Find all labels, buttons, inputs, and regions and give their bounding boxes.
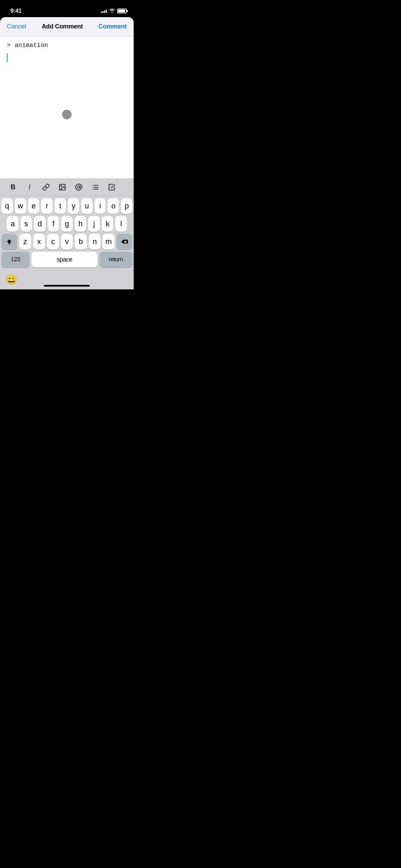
italic-button[interactable]: I bbox=[22, 180, 37, 194]
key-z[interactable]: z bbox=[19, 234, 31, 250]
key-h[interactable]: h bbox=[75, 216, 86, 232]
key-w[interactable]: w bbox=[15, 198, 26, 214]
key-v[interactable]: v bbox=[61, 234, 73, 250]
shift-key[interactable] bbox=[1, 234, 17, 250]
svg-point-1 bbox=[61, 185, 62, 186]
mention-button[interactable] bbox=[71, 180, 86, 194]
key-x[interactable]: x bbox=[33, 234, 45, 250]
key-l[interactable]: l bbox=[115, 216, 127, 232]
key-n[interactable]: n bbox=[89, 234, 101, 250]
list-button[interactable] bbox=[88, 180, 103, 194]
comment-button[interactable]: Comment bbox=[97, 20, 128, 33]
text-cursor bbox=[7, 53, 8, 62]
keyboard: q w e r t y u i o p a s d f g h j k l bbox=[0, 196, 134, 271]
key-r[interactable]: r bbox=[41, 198, 52, 214]
key-e[interactable]: e bbox=[28, 198, 39, 214]
key-t[interactable]: t bbox=[54, 198, 66, 214]
battery-icon bbox=[117, 9, 127, 13]
keyboard-row-2: a s d f g h j k l bbox=[0, 214, 134, 232]
key-k[interactable]: k bbox=[102, 216, 113, 232]
quoted-text: > animation bbox=[7, 42, 127, 49]
keyboard-row-1: q w e r t y u i o p bbox=[0, 196, 134, 214]
home-indicator bbox=[44, 285, 90, 287]
key-q[interactable]: q bbox=[1, 198, 13, 214]
key-i[interactable]: i bbox=[95, 198, 106, 214]
svg-point-2 bbox=[77, 186, 80, 188]
image-button[interactable] bbox=[55, 180, 70, 194]
status-bar: 9:41 bbox=[0, 0, 134, 17]
key-a[interactable]: a bbox=[7, 216, 19, 232]
keyboard-row-3: z x c v b n m bbox=[0, 232, 134, 250]
key-m[interactable]: m bbox=[102, 234, 114, 250]
drag-handle[interactable] bbox=[62, 110, 72, 119]
key-u[interactable]: u bbox=[81, 198, 93, 214]
emoji-button[interactable]: 😀 bbox=[5, 274, 17, 285]
numbers-key[interactable]: 123 bbox=[1, 252, 29, 267]
formatting-toolbar: B I bbox=[0, 178, 134, 196]
key-y[interactable]: y bbox=[68, 198, 79, 214]
wifi-icon bbox=[109, 8, 115, 14]
backspace-key[interactable] bbox=[117, 234, 132, 250]
checklist-button[interactable] bbox=[104, 180, 119, 194]
signal-icon bbox=[101, 9, 107, 13]
key-b[interactable]: b bbox=[75, 234, 87, 250]
content-area[interactable]: > animation bbox=[0, 36, 134, 178]
link-button[interactable] bbox=[38, 180, 53, 194]
nav-bar: Cancel Add Comment Comment bbox=[0, 17, 134, 36]
key-o[interactable]: o bbox=[108, 198, 119, 214]
text-input-line[interactable] bbox=[7, 53, 127, 62]
key-c[interactable]: c bbox=[47, 234, 59, 250]
quoted-text-value: animation bbox=[15, 42, 48, 49]
quote-arrow: > bbox=[7, 42, 11, 49]
space-key[interactable]: space bbox=[32, 252, 97, 267]
key-d[interactable]: d bbox=[34, 216, 46, 232]
cancel-button[interactable]: Cancel bbox=[5, 20, 27, 33]
status-icons bbox=[101, 8, 127, 14]
key-p[interactable]: p bbox=[121, 198, 132, 214]
page-title: Add Comment bbox=[42, 23, 83, 30]
bold-button[interactable]: B bbox=[5, 180, 21, 194]
key-s[interactable]: s bbox=[21, 216, 32, 232]
status-time: 9:41 bbox=[10, 8, 22, 14]
key-g[interactable]: g bbox=[61, 216, 73, 232]
main-container: Cancel Add Comment Comment > animation B… bbox=[0, 17, 134, 289]
key-f[interactable]: f bbox=[48, 216, 59, 232]
keyboard-row-4: 123 space return bbox=[0, 250, 134, 269]
key-j[interactable]: j bbox=[88, 216, 100, 232]
return-key[interactable]: return bbox=[99, 252, 132, 267]
